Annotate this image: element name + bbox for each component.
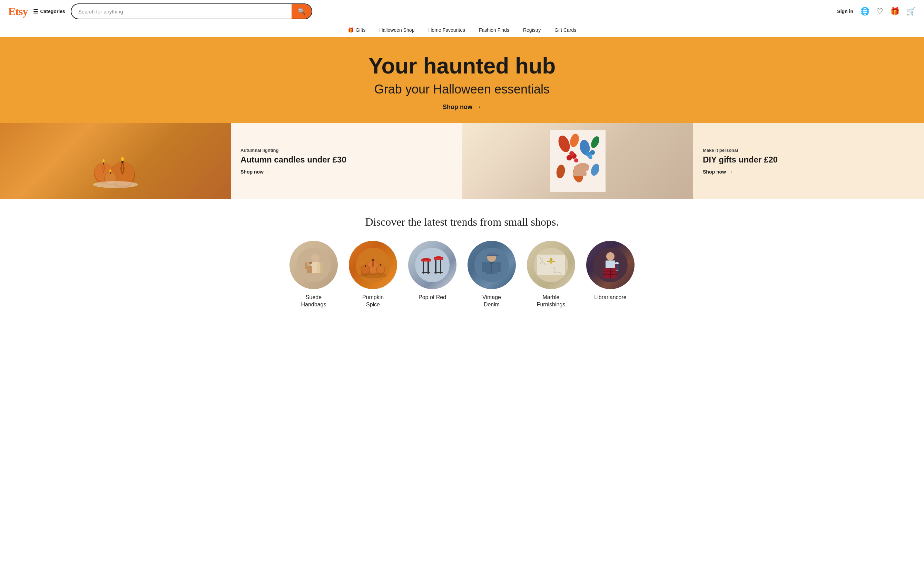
gift-icon[interactable]: 🎁 xyxy=(890,7,899,16)
svg-rect-53 xyxy=(415,248,450,282)
svg-point-23 xyxy=(590,150,595,155)
trend-circle-denim xyxy=(467,241,516,289)
promo-shop-now-candles[interactable]: Shop now → xyxy=(241,169,452,175)
hero-shop-now-link[interactable]: Shop now → xyxy=(443,104,481,111)
trend-label-denim: VintageDenim xyxy=(482,294,501,309)
svg-point-12 xyxy=(93,181,138,188)
globe-icon[interactable]: 🌐 xyxy=(860,7,870,16)
svg-point-52 xyxy=(359,272,387,278)
nav-item-home[interactable]: Home Favourites xyxy=(428,27,465,33)
nav-item-registry[interactable]: Registry xyxy=(523,27,541,33)
svg-rect-68 xyxy=(487,254,499,256)
svg-point-81 xyxy=(549,261,553,264)
svg-rect-62 xyxy=(440,260,441,274)
trend-item-marble[interactable]: MarbleFurnishings xyxy=(527,241,575,309)
trend-item-suede[interactable]: SuedeHandbags xyxy=(289,241,338,309)
search-icon: 🔍 xyxy=(298,8,305,15)
trend-circle-red xyxy=(408,241,457,289)
header: Etsy ☰ Categories 🔍 Sign in 🌐 ♡ 🎁 🛒 xyxy=(0,0,924,23)
trend-item-red[interactable]: Pop of Red xyxy=(408,241,457,309)
nav-label-home: Home Favourites xyxy=(428,27,465,33)
promo-row: Autumnal lighting Autumn candles under £… xyxy=(0,123,924,199)
trend-item-denim[interactable]: VintageDenim xyxy=(467,241,516,309)
svg-rect-38 xyxy=(305,262,307,269)
promo-image-diy xyxy=(462,123,693,199)
search-button[interactable]: 🔍 xyxy=(292,4,312,19)
trend-item-pumpkin[interactable]: PumpkinSpice xyxy=(349,241,397,309)
svg-rect-74 xyxy=(497,262,502,272)
svg-rect-70 xyxy=(486,262,491,274)
nav-label-giftcards: Gift Cards xyxy=(554,27,576,33)
trends-title: Discover the latest trends from small sh… xyxy=(8,216,916,228)
svg-rect-73 xyxy=(482,262,486,272)
promo-shop-label-candles: Shop now xyxy=(241,169,264,175)
svg-rect-84 xyxy=(606,261,615,268)
svg-rect-95 xyxy=(617,264,619,271)
svg-rect-33 xyxy=(573,171,587,176)
nav-item-halloween[interactable]: Halloween Shop xyxy=(379,27,414,33)
promo-card-diy: Make it personal DIY gifts under £20 Sho… xyxy=(462,123,924,199)
trend-label-suede: SuedeHandbags xyxy=(301,294,327,309)
svg-rect-40 xyxy=(317,262,320,273)
svg-rect-60 xyxy=(434,258,443,260)
svg-rect-51 xyxy=(380,264,381,266)
promo-tag-candles: Autumnal lighting xyxy=(241,148,452,153)
nav-item-gifts[interactable]: 🎁 Gifts xyxy=(348,27,366,33)
svg-rect-39 xyxy=(309,262,312,264)
promo-title-diy: DIY gifts under £20 xyxy=(703,155,914,165)
promo-content-candles: Autumnal lighting Autumn candles under £… xyxy=(231,123,462,199)
nav-bar: 🎁 Gifts Halloween Shop Home Favourites F… xyxy=(0,23,924,37)
svg-point-3 xyxy=(102,159,104,162)
categories-label: Categories xyxy=(40,8,65,14)
promo-card-candles: Autumnal lighting Autumn candles under £… xyxy=(0,123,462,199)
svg-point-7 xyxy=(121,157,124,161)
promo-title-candles: Autumn candles under £30 xyxy=(241,155,452,165)
hero-title: Your haunted hub xyxy=(8,54,916,78)
etsy-logo[interactable]: Etsy xyxy=(8,5,28,18)
promo-content-diy: Make it personal DIY gifts under £20 Sho… xyxy=(693,123,924,199)
favorites-icon[interactable]: ♡ xyxy=(876,7,883,16)
cart-icon[interactable]: 🛒 xyxy=(906,7,916,16)
nav-label-registry: Registry xyxy=(523,27,541,33)
header-right: Sign in 🌐 ♡ 🎁 🛒 xyxy=(837,7,916,16)
sign-in-button[interactable]: Sign in xyxy=(837,8,853,14)
svg-point-35 xyxy=(311,254,320,262)
hamburger-icon: ☰ xyxy=(33,8,38,15)
promo-shop-label-diy: Shop now xyxy=(703,169,726,175)
trend-circle-library xyxy=(586,241,635,289)
nav-label-halloween: Halloween Shop xyxy=(379,27,414,33)
trend-circle-suede xyxy=(289,241,338,289)
svg-rect-37 xyxy=(307,266,312,273)
svg-rect-41 xyxy=(320,262,323,273)
svg-point-24 xyxy=(588,155,592,159)
trend-circle-marble xyxy=(527,241,575,289)
nav-label-fashion: Fashion Finds xyxy=(479,27,509,33)
svg-rect-58 xyxy=(422,272,430,273)
svg-point-11 xyxy=(109,169,111,172)
svg-rect-63 xyxy=(434,272,443,273)
search-bar: 🔍 xyxy=(71,3,312,19)
hero-shop-now-label: Shop now xyxy=(443,104,472,111)
trend-item-library[interactable]: Librariancore xyxy=(586,241,635,309)
search-input[interactable] xyxy=(71,5,292,18)
svg-point-20 xyxy=(569,151,574,156)
promo-shop-now-diy[interactable]: Shop now → xyxy=(703,169,914,175)
promo-tag-diy: Make it personal xyxy=(703,148,914,153)
trend-circle-pumpkin xyxy=(349,241,397,289)
trend-label-library: Librariancore xyxy=(594,294,626,301)
nav-item-giftcards[interactable]: Gift Cards xyxy=(554,27,576,33)
nav-item-fashion[interactable]: Fashion Finds xyxy=(479,27,509,33)
promo-arrow-diy: → xyxy=(728,169,733,175)
trends-row: SuedeHandbags xyxy=(8,241,916,309)
svg-rect-57 xyxy=(427,261,429,274)
svg-rect-61 xyxy=(435,260,436,274)
promo-arrow-candles: → xyxy=(266,169,271,175)
trend-label-pumpkin: PumpkinSpice xyxy=(362,294,384,309)
svg-rect-48 xyxy=(365,265,366,267)
nav-label-gifts: Gifts xyxy=(356,27,366,33)
hero-subtitle: Grab your Halloween essentials xyxy=(8,82,916,97)
svg-point-83 xyxy=(606,252,614,261)
svg-rect-72 xyxy=(491,263,492,273)
trend-label-red: Pop of Red xyxy=(419,294,446,301)
categories-button[interactable]: ☰ Categories xyxy=(33,8,65,15)
